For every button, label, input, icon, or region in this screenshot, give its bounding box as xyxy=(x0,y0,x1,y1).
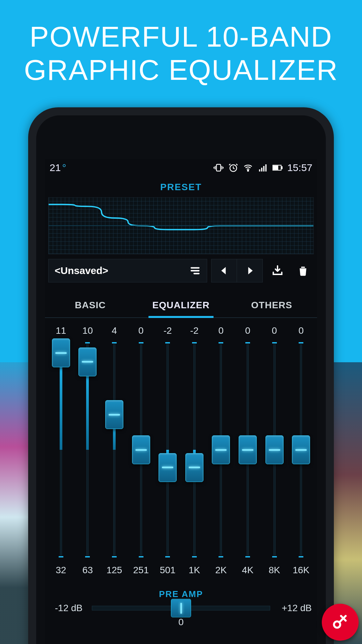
preamp-slider[interactable] xyxy=(92,606,270,610)
slider-tick-top xyxy=(272,342,277,343)
slider-thumb[interactable] xyxy=(132,435,150,464)
eq-band-freq: 63 xyxy=(74,565,101,576)
status-temp-value: 21 xyxy=(50,162,61,173)
key-icon xyxy=(331,613,350,632)
preamp-value: 0 xyxy=(45,617,317,628)
eq-band-value: -2 xyxy=(181,325,208,336)
battery-icon xyxy=(273,163,283,173)
svg-rect-9 xyxy=(274,166,278,170)
slider-tick-top xyxy=(112,342,117,343)
preamp-thumb[interactable] xyxy=(171,599,191,618)
eq-band-value: 0 xyxy=(288,325,314,336)
svg-rect-0 xyxy=(217,164,221,171)
eq-freq-row: 32631252515011K2K4K8K16K xyxy=(48,565,314,576)
wifi-icon xyxy=(243,163,253,173)
preset-prev-button[interactable] xyxy=(212,259,237,282)
preset-section-label: PRESET xyxy=(45,176,317,197)
slider-tick-bot xyxy=(139,556,143,557)
slider-tick-bot xyxy=(245,556,250,557)
slider-tick-top xyxy=(245,342,250,343)
slider-tick-top xyxy=(192,342,197,343)
promo-title: POWERFUL 10-BAND GRAPHIC EQUALIZER xyxy=(0,0,362,100)
promo-line1: POWERFUL 10-BAND xyxy=(13,20,349,53)
eq-band-slider[interactable] xyxy=(288,341,314,559)
svg-rect-8 xyxy=(282,167,282,169)
background-art-left xyxy=(0,362,28,644)
eq-curve-display xyxy=(48,197,314,254)
preamp-label: PRE AMP xyxy=(45,589,317,599)
eq-band-freq: 125 xyxy=(101,565,128,576)
vibrate-icon xyxy=(214,163,224,173)
preamp-section: PRE AMP -12 dB +12 dB 0 xyxy=(45,589,317,628)
preset-name-text: <Unsaved> xyxy=(55,265,108,276)
eq-band-slider[interactable] xyxy=(48,341,74,559)
slider-thumb[interactable] xyxy=(52,338,70,367)
status-bar: 21° 15:57 xyxy=(45,159,317,176)
phone-frame: 21° 15:57 PRESET xyxy=(28,107,334,644)
preset-delete-button[interactable] xyxy=(292,259,314,282)
eq-band-freq: 4K xyxy=(234,565,261,576)
slider-thumb[interactable] xyxy=(265,435,284,464)
slider-thumb[interactable] xyxy=(159,453,177,482)
slider-tick-bot xyxy=(59,556,63,557)
eq-band-slider[interactable] xyxy=(128,341,155,559)
preset-save-button[interactable] xyxy=(267,259,288,282)
signal-icon xyxy=(258,163,268,173)
eq-band-value: 4 xyxy=(101,325,128,336)
tab-bar: BASIC EQUALIZER OTHERS xyxy=(45,292,317,318)
eq-band-freq: 32 xyxy=(48,565,74,576)
slider-tick-top xyxy=(165,342,170,343)
degree-icon: ° xyxy=(62,162,66,173)
svg-point-2 xyxy=(247,170,249,171)
tab-others[interactable]: OTHERS xyxy=(226,292,317,317)
slider-tick-bot xyxy=(85,556,90,557)
eq-band-value: 0 xyxy=(234,325,261,336)
preset-nav-group xyxy=(211,259,263,282)
slider-tick-bot xyxy=(165,556,170,557)
eq-band-freq: 251 xyxy=(128,565,155,576)
eq-band-freq: 8K xyxy=(261,565,288,576)
slider-tick-top xyxy=(299,342,303,343)
equalizer-area: 111040-2-20000 32631252515011K2K4K8K16K xyxy=(45,318,317,578)
eq-band-value: 0 xyxy=(128,325,155,336)
preset-next-button[interactable] xyxy=(237,259,262,282)
screen: 21° 15:57 PRESET xyxy=(45,159,317,644)
slider-thumb[interactable] xyxy=(239,435,257,464)
phone-bezel: 21° 15:57 PRESET xyxy=(36,115,326,644)
eq-band-value: 0 xyxy=(261,325,288,336)
eq-band-freq: 16K xyxy=(288,565,314,576)
eq-band-slider[interactable] xyxy=(74,341,101,559)
slider-tick-bot xyxy=(299,556,303,557)
eq-band-slider[interactable] xyxy=(234,341,261,559)
eq-band-slider[interactable] xyxy=(101,341,128,559)
slider-tick-bot xyxy=(272,556,277,557)
slider-thumb[interactable] xyxy=(212,435,230,464)
eq-band-freq: 2K xyxy=(208,565,235,576)
eq-band-slider[interactable] xyxy=(181,341,208,559)
slider-thumb[interactable] xyxy=(78,347,97,376)
preset-list-icon xyxy=(189,266,201,275)
slider-thumb[interactable] xyxy=(105,400,123,429)
eq-band-freq: 1K xyxy=(181,565,208,576)
slider-tick-bot xyxy=(112,556,117,557)
slider-tick-top xyxy=(139,342,143,343)
eq-band-value: -2 xyxy=(154,325,181,336)
tab-equalizer[interactable]: EQUALIZER xyxy=(136,292,227,317)
slider-tick-bot xyxy=(219,556,223,557)
slider-tick-bot xyxy=(192,556,197,557)
eq-band-value: 10 xyxy=(74,325,101,336)
slider-thumb[interactable] xyxy=(292,435,310,464)
eq-band-slider[interactable] xyxy=(261,341,288,559)
tab-basic[interactable]: BASIC xyxy=(45,292,136,317)
eq-band-slider[interactable] xyxy=(154,341,181,559)
alarm-icon xyxy=(228,163,238,173)
promo-line2: GRAPHIC EQUALIZER xyxy=(13,53,349,87)
slider-thumb[interactable] xyxy=(185,453,203,482)
fab-button[interactable] xyxy=(322,604,359,641)
eq-band-slider[interactable] xyxy=(208,341,235,559)
preset-name-button[interactable]: <Unsaved> xyxy=(48,259,207,282)
slider-track xyxy=(113,344,115,555)
status-temp: 21° xyxy=(50,162,66,173)
slider-tick-top xyxy=(85,342,90,343)
eq-band-value: 11 xyxy=(48,325,74,336)
